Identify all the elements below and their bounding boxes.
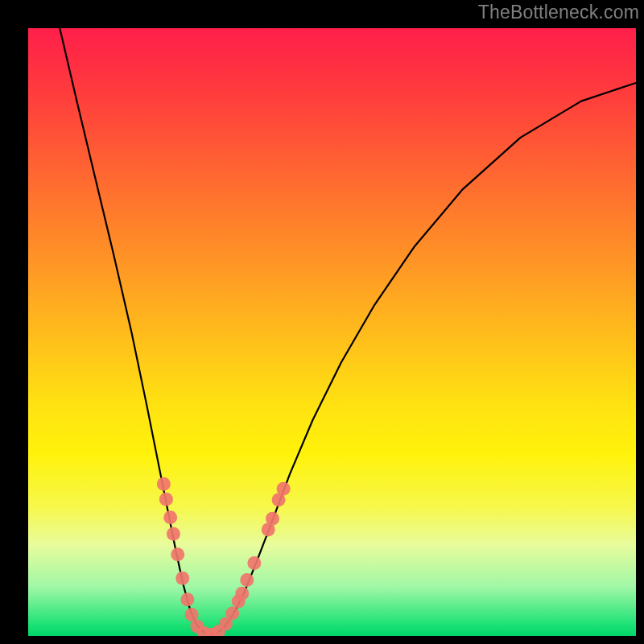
marker-dot xyxy=(157,477,171,491)
marker-dot xyxy=(159,493,173,506)
marker-dot xyxy=(171,547,184,561)
marker-dot xyxy=(277,482,291,496)
marker-dot xyxy=(167,527,180,541)
marker-dot xyxy=(235,587,249,601)
marker-dot xyxy=(240,573,254,587)
marker-dot xyxy=(247,556,261,570)
chart-frame: TheBottleneck.com xyxy=(0,0,644,644)
marker-dot xyxy=(163,510,177,524)
bottleneck-curve xyxy=(60,28,636,634)
marker-dot xyxy=(266,512,279,526)
plot-area xyxy=(28,28,636,636)
plot-svg xyxy=(28,28,636,636)
marker-dot xyxy=(225,607,239,621)
watermark: TheBottleneck.com xyxy=(478,2,639,23)
marker-points xyxy=(157,477,291,636)
marker-dot xyxy=(180,592,194,606)
marker-dot xyxy=(175,572,189,585)
